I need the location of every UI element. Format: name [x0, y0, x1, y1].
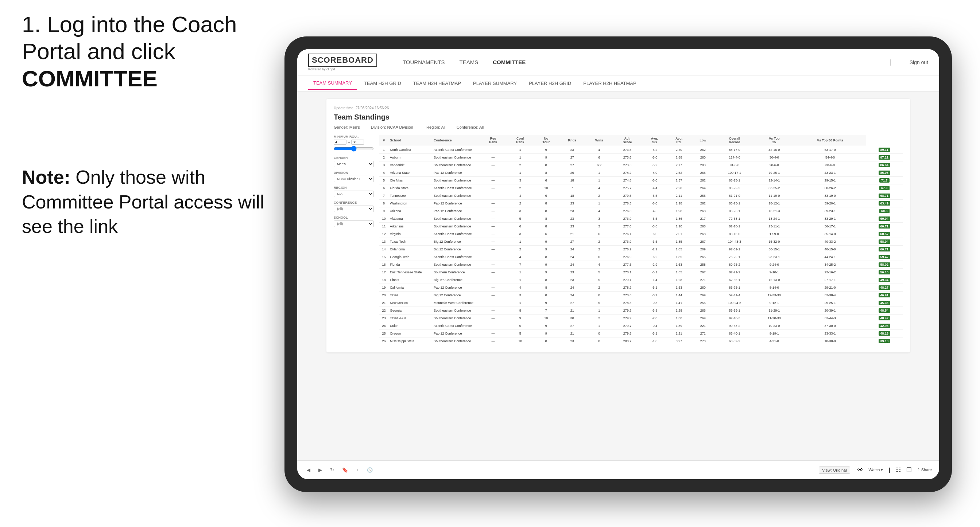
- table-cell: 10: [379, 215, 388, 222]
- table-cell: Georgia Tech: [388, 253, 432, 260]
- rounds-slider[interactable]: [334, 146, 374, 152]
- sign-out-link[interactable]: Sign out: [910, 59, 928, 65]
- table-cell: 62-55-1: [714, 276, 754, 284]
- min-rounds-min-input[interactable]: [334, 140, 347, 145]
- subnav-team-h2h-heatmap[interactable]: TEAM H2H HEATMAP: [408, 77, 466, 90]
- table-cell: East Tennessee State: [388, 268, 432, 276]
- table-cell: 8: [534, 222, 558, 230]
- subnav-player-h2h-heatmap[interactable]: PLAYER H2H HEATMAP: [578, 77, 641, 90]
- table-cell: 276.1: [612, 230, 642, 238]
- table-cell: 33-38-4: [794, 291, 866, 299]
- table-cell: 30-4-0: [754, 154, 794, 161]
- table-cell: 9-12-1: [754, 299, 794, 306]
- table-cell: Big Ten Conference: [432, 276, 480, 284]
- table-cell: 23-16-2: [794, 268, 866, 276]
- subnav-player-h2h-grid[interactable]: PLAYER H2H GRID: [524, 77, 576, 90]
- table-cell: 2: [586, 192, 612, 199]
- table-cell: 8: [534, 169, 558, 176]
- table-cell: 7: [507, 260, 534, 268]
- nav-committee[interactable]: COMMITTEE: [493, 57, 525, 67]
- subnav-player-summary[interactable]: PLAYER SUMMARY: [468, 77, 522, 90]
- standings-title: Team Standings: [334, 113, 903, 121]
- standings-container: Update time: 27/03/2024 16:56:26 Team St…: [326, 99, 910, 352]
- table-cell: 23: [558, 146, 586, 154]
- min-rounds-max-input[interactable]: [351, 140, 364, 145]
- table-cell: 8: [534, 337, 558, 345]
- table-cell: 45.36: [866, 299, 903, 306]
- toolbar-refresh-btn[interactable]: ↻: [328, 466, 336, 474]
- division-filter-display: Division: NCAA Division I: [371, 125, 415, 129]
- table-cell: —: [480, 207, 507, 215]
- table-cell: 61-21-0: [714, 192, 754, 199]
- nav-tournaments[interactable]: TOURNAMENTS: [402, 57, 445, 67]
- table-cell: Mississippi State: [388, 337, 432, 345]
- table-cell: 3: [586, 215, 612, 222]
- toolbar-bookmark-btn[interactable]: 🔖: [340, 466, 350, 474]
- toolbar-back-btn[interactable]: ◀: [305, 466, 313, 474]
- table-cell: Southeastern Conference: [432, 161, 480, 169]
- division-select[interactable]: NCAA Division I: [334, 176, 374, 182]
- table-cell: —: [480, 329, 507, 337]
- table-cell: 264: [691, 184, 714, 192]
- subnav-team-h2h-grid[interactable]: TEAM H2H GRID: [359, 77, 406, 90]
- table-cell: 44-24-1: [794, 253, 866, 260]
- table-cell: 30: [558, 314, 586, 322]
- table-cell: 1.44: [667, 291, 691, 299]
- table-cell: 262: [691, 176, 714, 184]
- toolbar-add-btn[interactable]: +: [354, 466, 361, 474]
- main-nav: TOURNAMENTS TEAMS COMMITTEE: [402, 57, 871, 67]
- table-cell: 109-24-2: [714, 299, 754, 306]
- logo-text: SCOREBOARD: [308, 54, 377, 67]
- table-cell: 3: [507, 291, 534, 299]
- table-cell: Southeastern Conference: [432, 306, 480, 314]
- table-cell: 1.86: [667, 215, 691, 222]
- table-cell: 11-29-1: [754, 306, 794, 314]
- table-cell: 48.18: [866, 329, 903, 337]
- table-cell: 278.6: [612, 291, 642, 299]
- table-cell: 279.1: [612, 276, 642, 284]
- table-cell: 6: [379, 184, 388, 192]
- conference-select[interactable]: (All): [334, 206, 374, 212]
- table-cell: 7: [534, 306, 558, 314]
- table-cell: 5: [507, 322, 534, 329]
- table-row: 18IllinoisBig Ten Conference—18235279.1-…: [379, 276, 903, 284]
- col-vs-top25: Vs Top25: [754, 135, 794, 146]
- school-select[interactable]: (All): [334, 221, 374, 227]
- toolbar-view-btn[interactable]: View: Original: [819, 467, 850, 474]
- table-cell: 8: [534, 215, 558, 222]
- table-cell: 33-19-0: [794, 192, 866, 199]
- table-cell: 11-28-38: [754, 314, 794, 322]
- table-cell: 2.88: [667, 154, 691, 161]
- table-cell: -6.0: [642, 230, 667, 238]
- toolbar-forward-btn[interactable]: ▶: [316, 466, 324, 474]
- table-cell: Texas Tech: [388, 238, 432, 245]
- subnav-team-summary[interactable]: TEAM SUMMARY: [308, 76, 357, 90]
- table-cell: —: [480, 306, 507, 314]
- filter-row: Gender: Men's Division: NCAA Division I …: [334, 125, 903, 129]
- toolbar-watch-btn[interactable]: Watch ▾: [869, 468, 883, 472]
- region-select[interactable]: N/A: [334, 190, 374, 197]
- table-cell: 279.2: [612, 306, 642, 314]
- table-cell: 29-21-0: [794, 284, 866, 291]
- table-cell: 278.2: [612, 284, 642, 291]
- table-cell: 268: [691, 230, 714, 238]
- table-cell: 9: [534, 299, 558, 306]
- table-cell: —: [480, 176, 507, 184]
- table-cell: 7: [379, 192, 388, 199]
- table-cell: 23: [558, 337, 586, 345]
- table-cell: Pac-12 Conference: [432, 199, 480, 207]
- table-cell: 278.8: [612, 299, 642, 306]
- table-cell: 8: [586, 291, 612, 299]
- table-cell: 3: [507, 176, 534, 184]
- toolbar-clock-btn[interactable]: 🕓: [365, 466, 375, 474]
- table-cell: 48.42: [866, 314, 903, 322]
- nav-teams[interactable]: TEAMS: [459, 57, 478, 67]
- table-cell: 5: [507, 329, 534, 337]
- table-cell: 5: [586, 299, 612, 306]
- table-cell: 60-26-2: [794, 184, 866, 192]
- gender-select[interactable]: Men's: [334, 161, 374, 167]
- table-cell: 12: [379, 230, 388, 238]
- toolbar-share-btn[interactable]: ⇧ Share: [917, 468, 932, 472]
- filter-gender-group: Gender Men's: [334, 156, 374, 167]
- toolbar-expand-icon: ❐: [906, 467, 912, 473]
